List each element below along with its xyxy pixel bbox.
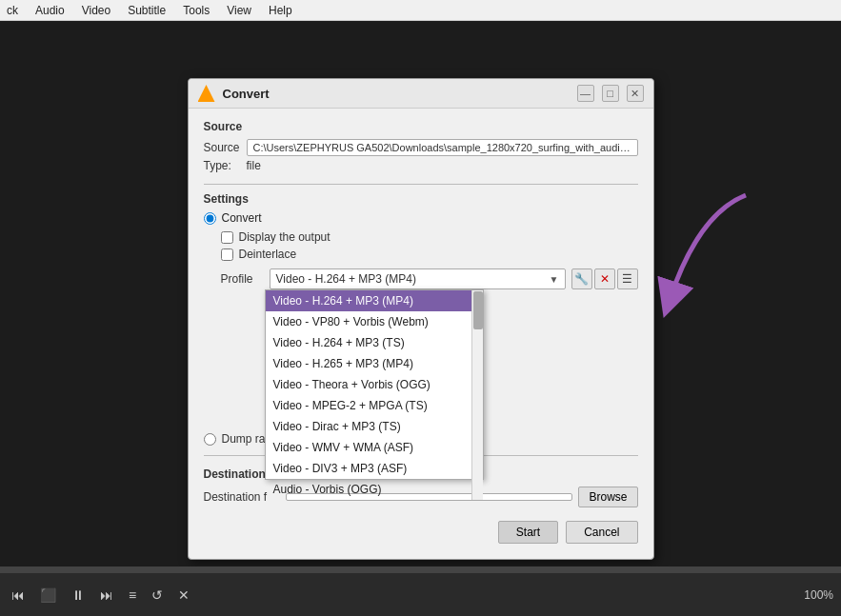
dropdown-item-5[interactable]: Video - MPEG-2 + MPGA (TS)	[266, 395, 471, 416]
source-row: Source C:\Users\ZEPHYRUS GA502\Downloads…	[204, 139, 638, 156]
display-output-label: Display the output	[239, 230, 330, 244]
deinterlace-row: Deinterlace	[221, 248, 638, 261]
scrollbar-thumb	[473, 291, 483, 329]
dropdown-item-6[interactable]: Video - Dirac + MP3 (TS)	[266, 416, 471, 437]
delete-profile-button[interactable]: ✕	[594, 268, 615, 289]
type-value: file	[247, 159, 261, 172]
prev-button[interactable]: ⏭	[96, 586, 117, 605]
vlc-icon	[198, 85, 215, 102]
controls-row: ⏮ ⬛ ⏸ ⏭ ≡ ↺ ✕ 100%	[0, 573, 841, 616]
menu-ck[interactable]: ck	[4, 4, 21, 17]
dialog-titlebar: Convert — □ ✕	[189, 79, 653, 109]
menu-subtitle[interactable]: Subtitle	[125, 4, 169, 17]
progress-bar[interactable]	[0, 567, 841, 573]
source-value: C:\Users\ZEPHYRUS GA502\Downloads\sample…	[247, 139, 638, 156]
settings-section-label: Settings	[204, 192, 638, 206]
menu-video[interactable]: Video	[79, 4, 113, 17]
profile-selected-value: Video - H.264 + MP3 (MP4)	[276, 272, 417, 286]
menu-view[interactable]: View	[224, 4, 254, 17]
stop-button[interactable]: ⬛	[36, 586, 60, 605]
close-button[interactable]: ✕	[627, 85, 644, 102]
dropdown-scrollbar[interactable]	[471, 290, 483, 500]
cancel-button[interactable]: Cancel	[566, 521, 637, 544]
shuffle-button[interactable]: ✕	[174, 586, 193, 605]
dialog-footer: Start Cancel	[204, 521, 638, 544]
menu-help[interactable]: Help	[266, 4, 295, 17]
dropdown-item-9[interactable]: Audio - Vorbis (OGG)	[266, 479, 471, 500]
display-output-row: Display the output	[221, 230, 638, 244]
dropdown-item-2[interactable]: Video - H.264 + MP3 (TS)	[266, 332, 471, 353]
convert-label: Convert	[222, 211, 262, 225]
next-button[interactable]: ≡	[125, 586, 140, 605]
deinterlace-checkbox[interactable]	[221, 248, 233, 261]
settings-section: Settings Convert Display the output	[204, 192, 638, 446]
profile-dropdown[interactable]: Video - H.264 + MP3 (MP4) ▼	[270, 268, 566, 289]
menu-tools[interactable]: Tools	[180, 4, 212, 17]
volume-area: 100%	[804, 588, 833, 602]
maximize-button[interactable]: □	[602, 85, 619, 102]
browse-button[interactable]: Browse	[578, 487, 637, 507]
source-key: Source	[204, 141, 247, 154]
dropdown-item-4[interactable]: Video - Theora + Vorbis (OGG)	[266, 374, 471, 395]
convert-radio-row: Convert	[204, 211, 638, 225]
new-profile-button[interactable]: ☰	[617, 268, 638, 289]
dialog-body: Source Source C:\Users\ZEPHYRUS GA502\Do…	[189, 109, 653, 559]
play-button[interactable]: ⏮	[8, 586, 29, 605]
divider-1	[204, 184, 638, 185]
menu-audio[interactable]: Audio	[32, 4, 68, 17]
volume-display: 100%	[804, 588, 833, 602]
display-output-checkbox[interactable]	[221, 231, 233, 244]
type-row: Type: file	[204, 159, 638, 172]
bottom-bar: ⏮ ⬛ ⏸ ⏭ ≡ ↺ ✕ 100%	[0, 566, 841, 616]
pause-button[interactable]: ⏸	[68, 586, 89, 605]
dropdown-items: Video - H.264 + MP3 (MP4) Video - VP80 +…	[266, 290, 471, 500]
dropdown-item-7[interactable]: Video - WMV + WMA (ASF)	[266, 437, 471, 458]
loop-button[interactable]: ↺	[148, 586, 167, 605]
convert-dialog: Convert — □ ✕ Source Source C:\Users\ZEP…	[188, 78, 654, 560]
profile-label: Profile	[221, 272, 264, 286]
edit-profile-button[interactable]: 🔧	[571, 268, 592, 289]
deinterlace-label: Deinterlace	[239, 248, 297, 261]
dialog-title: Convert	[223, 87, 570, 101]
vlc-main-window: ck Audio Video Subtitle Tools View Help …	[0, 0, 841, 616]
menu-bar: ck Audio Video Subtitle Tools View Help	[0, 0, 841, 21]
dropdown-item-3[interactable]: Video - H.265 + MP3 (MP4)	[266, 353, 471, 374]
dropdown-item-0[interactable]: Video - H.264 + MP3 (MP4)	[266, 290, 471, 311]
minimize-button[interactable]: —	[577, 85, 594, 102]
dialog-overlay: Convert — □ ✕ Source Source C:\Users\ZEP…	[0, 21, 841, 566]
profile-dropdown-list: Video - H.264 + MP3 (MP4) Video - VP80 +…	[265, 289, 484, 480]
profile-row: Profile Video - H.264 + MP3 (MP4) ▼ 🔧 ✕ …	[221, 268, 638, 289]
dropdown-item-1[interactable]: Video - VP80 + Vorbis (Webm)	[266, 311, 471, 332]
convert-radio[interactable]	[204, 212, 216, 225]
type-key: Type:	[204, 159, 247, 172]
start-button[interactable]: Start	[498, 521, 558, 544]
source-section-label: Source	[204, 120, 638, 133]
dump-radio[interactable]	[204, 433, 216, 446]
dropdown-item-8[interactable]: Video - DIV3 + MP3 (ASF)	[266, 458, 471, 479]
source-section: Source Source C:\Users\ZEPHYRUS GA502\Do…	[204, 120, 638, 172]
profile-tools: 🔧 ✕ ☰	[571, 268, 638, 289]
dropdown-arrow-icon: ▼	[550, 274, 559, 285]
